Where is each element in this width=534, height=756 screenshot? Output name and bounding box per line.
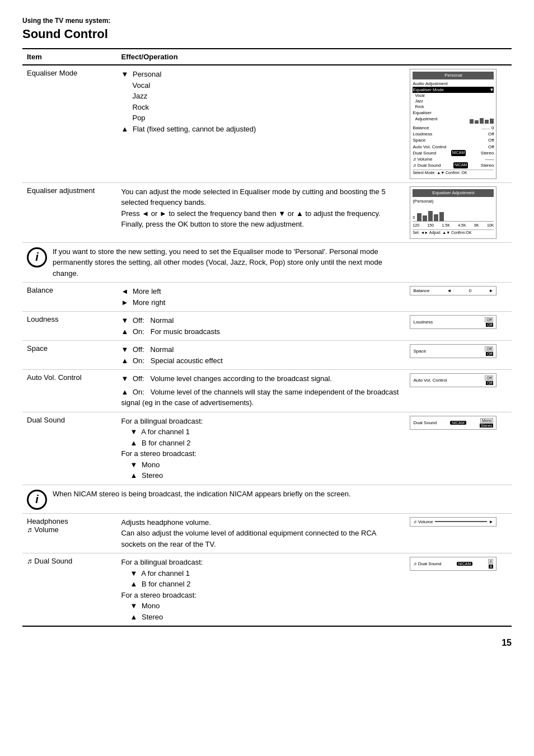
screen-headphones-dual-sound: ♬ Dual Sound NICAM II A — [410, 557, 507, 571]
col-header-effect: Effect/Operation — [116, 49, 405, 65]
effect-content-headphones-dual-sound: For a bilingual broadcast: ▼ A for chann… — [121, 557, 401, 622]
table-row: Loudness ▼ Off: Normal ▲ On: For music b… — [22, 312, 512, 341]
item-label-headphones: Headphones — [27, 517, 112, 525]
table-row-headphones-volume: Headphones ♬ Volume Adjusts headphone vo… — [22, 513, 512, 553]
item-label-dual-sound: Dual Sound — [27, 416, 65, 424]
effect-content-headphones-volume: Adjusts headphone volume. Can also adjus… — [121, 517, 401, 550]
effect-content-dual-sound: For a bilingual broadcast: ▼ A for chann… — [121, 416, 401, 481]
effect-content: You can adjust the mode selected in Equa… — [121, 186, 401, 230]
table-row: Equaliser Mode ▼ Personal Vocal Jazz Roc… — [22, 65, 512, 182]
item-label: Balance — [27, 286, 53, 294]
effect-content: ▼ Off: Volume level changes according to… — [121, 373, 401, 408]
table-row-headphones-dual-sound: ♬ Dual Sound For a bilingual broadcast: … — [22, 553, 512, 627]
using-title: Using the TV menu system: — [22, 17, 512, 25]
item-label: Equaliser Mode — [27, 69, 77, 77]
col-header-screen — [405, 49, 512, 65]
info-row-equaliser: i If you want to store the new setting, … — [22, 242, 512, 283]
table-row: Balance ◄ More left ► More right Balance… — [22, 283, 512, 312]
table-row: Auto Vol. Control ▼ Off: Volume level ch… — [22, 370, 512, 412]
item-label: Auto Vol. Control — [27, 373, 82, 382]
info-row-nicam: i When NICAM stereo is being broadcast, … — [22, 485, 512, 513]
col-header-item: Item — [22, 49, 116, 65]
item-label: Loudness — [27, 315, 58, 323]
screen-equaliser-adjustment: Equaliser Adjustment (Personal) 0 120150… — [410, 186, 496, 239]
page-number: 15 — [22, 638, 512, 648]
page-title: Sound Control — [22, 27, 512, 41]
screen-auto-vol: Auto Vol. Control Off Off — [410, 373, 507, 387]
info-icon: i — [27, 247, 47, 267]
info-icon-nicam: i — [27, 490, 47, 510]
item-label: Space — [27, 344, 48, 353]
info-text-nicam: When NICAM stereo is being broadcast, th… — [53, 489, 351, 500]
screen-balance: Balance ◄ 0 ► — [410, 286, 496, 295]
effect-content: ◄ More left ► More right — [121, 286, 401, 308]
effect-content: ▼ Off: Normal ▲ On: Special acoustic eff… — [121, 344, 401, 366]
item-label-volume: ♬ Volume — [27, 525, 112, 534]
effect-content: ▼ Personal Vocal Jazz Rock Pop ▲ Flat (f… — [121, 69, 401, 134]
item-label: Equaliser adjustment — [27, 186, 95, 195]
item-label-headphones-dual-sound: ♬ Dual Sound — [27, 557, 72, 565]
info-text: If you want to store the new setting, yo… — [53, 246, 401, 279]
table-row: Equaliser adjustment You can adjust the … — [22, 182, 512, 242]
table-row: Space ▼ Off: Normal ▲ On: Special acoust… — [22, 341, 512, 370]
screen-dual-sound: Dual Sound NICAM Mono Stereo — [410, 416, 507, 430]
table-row-dual-sound: Dual Sound For a bilingual broadcast: ▼ … — [22, 412, 512, 485]
effect-content: ▼ Off: Normal ▲ On: For music broadcasts — [121, 315, 401, 337]
screen-headphones-volume: ♬ Volume ► — [410, 517, 507, 527]
screen-equaliser-mode: Personal Audio Adjustment Equaliser Mode… — [410, 69, 496, 179]
screen-loudness: Loudness Off Off — [410, 315, 507, 329]
screen-space: Space Off Off — [410, 344, 507, 358]
